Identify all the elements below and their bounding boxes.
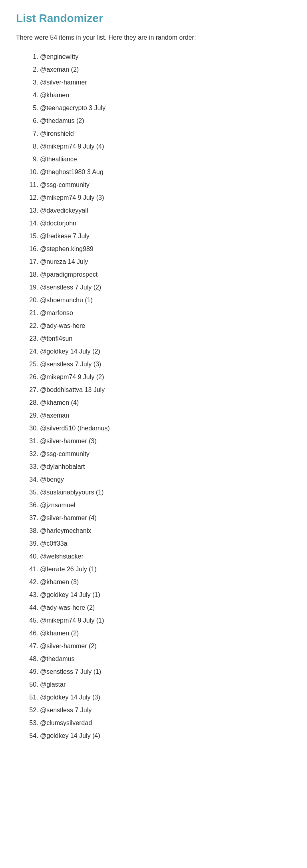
list-item: @ady-was-here (2) — [40, 601, 291, 614]
list-item: @khamen — [40, 89, 291, 102]
list-item: @senstless 7 July (2) — [40, 281, 291, 294]
list-item: @thedamus — [40, 653, 291, 665]
list-item: @clumsysilverdad — [40, 717, 291, 729]
list-item: @silver-hammer (4) — [40, 512, 291, 524]
list-item: @mikepm74 9 July (1) — [40, 614, 291, 627]
list-item: @davedickeyyall — [40, 204, 291, 217]
randomized-list: @enginewitty@axeman (2)@silver-hammer@kh… — [16, 50, 291, 742]
list-item: @harleymechanix — [40, 524, 291, 537]
list-item: @khamen (2) — [40, 627, 291, 640]
list-item: @theghost1980 3 Aug — [40, 166, 291, 179]
list-item: @c0ff33a — [40, 537, 291, 550]
list-item: @sustainablyyours (1) — [40, 486, 291, 499]
list-item: @goldkey 14 July (1) — [40, 589, 291, 601]
list-item: @jznsamuel — [40, 499, 291, 512]
list-item: @axeman (2) — [40, 63, 291, 76]
list-item: @goldkey 14 July (3) — [40, 691, 291, 704]
list-item: @paradigmprospect — [40, 268, 291, 281]
list-item: @marfonso — [40, 307, 291, 319]
list-item: @welshstacker — [40, 550, 291, 563]
list-item: @enginewitty — [40, 50, 291, 63]
list-item: @shoemanchu (1) — [40, 294, 291, 307]
list-item: @silver-hammer (3) — [40, 435, 291, 448]
list-item: @tbnfl4sun — [40, 332, 291, 345]
list-item: @bengy — [40, 473, 291, 486]
list-item: @khamen (3) — [40, 576, 291, 589]
list-item: @silverd510 (thedamus) — [40, 422, 291, 435]
list-item: @axeman — [40, 409, 291, 422]
list-item: @ady-was-here — [40, 319, 291, 332]
list-item: @ironshield — [40, 127, 291, 140]
list-item: @doctorjohn — [40, 217, 291, 230]
list-item: @senstless 7 July (3) — [40, 358, 291, 371]
list-item: @ssg-community — [40, 448, 291, 460]
list-item: @mikepm74 9 July (4) — [40, 140, 291, 153]
page-title: List Randomizer — [16, 12, 291, 25]
list-item: @goldkey 14 July (2) — [40, 345, 291, 358]
intro-text: There were 54 items in your list. Here t… — [16, 33, 291, 42]
list-item: @mikepm74 9 July (3) — [40, 191, 291, 204]
list-item: @dylanhobalart — [40, 460, 291, 473]
list-item: @boddhisattva 13 July — [40, 384, 291, 396]
list-item: @nureza 14 July — [40, 255, 291, 268]
list-item: @ssg-community — [40, 179, 291, 191]
list-item: @senstless 7 July — [40, 704, 291, 717]
list-item: @senstless 7 July (1) — [40, 665, 291, 678]
list-item: @silver-hammer (2) — [40, 640, 291, 653]
list-item: @silver-hammer — [40, 76, 291, 89]
list-item: @glastar — [40, 678, 291, 691]
list-item: @fredkese 7 July — [40, 230, 291, 243]
list-item: @mikepm74 9 July (2) — [40, 371, 291, 384]
list-item: @stephen.king989 — [40, 243, 291, 255]
list-item: @ferrate 26 July (1) — [40, 563, 291, 576]
list-item: @thealliance — [40, 153, 291, 166]
list-item: @thedamus (2) — [40, 115, 291, 127]
list-item: @khamen (4) — [40, 396, 291, 409]
list-item: @goldkey 14 July (4) — [40, 729, 291, 742]
list-item: @teenagecrypto 3 July — [40, 102, 291, 115]
